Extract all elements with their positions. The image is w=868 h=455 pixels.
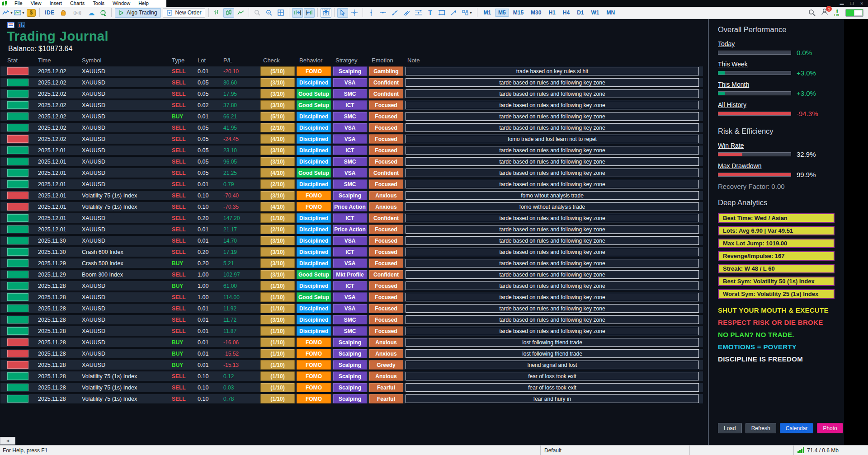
note-box[interactable]: tarde based on rules and following key z…: [406, 112, 699, 121]
table-row[interactable]: 2025.12.01 XAUUSD SELL 0.01 21.17 (2/10)…: [0, 224, 703, 235]
cursor-tool-button[interactable]: [337, 8, 348, 18]
note-box[interactable]: fear and hury in: [406, 394, 699, 403]
one-click-toggle[interactable]: [845, 9, 863, 17]
table-row[interactable]: 2025.11.28 Volatility 75 (1s) Index SELL…: [0, 394, 703, 404]
note-box[interactable]: trade based on key rules sl hit: [406, 67, 699, 75]
algo-trading-button[interactable]: Algo Trading: [115, 8, 161, 18]
window-close-icon[interactable]: ✕: [860, 1, 863, 6]
note-box[interactable]: friend signal and lost: [406, 361, 699, 369]
bar-chart-mode-button[interactable]: [212, 8, 222, 18]
timeframe-button[interactable]: W1: [588, 9, 602, 17]
sidebar-button[interactable]: Load: [718, 423, 742, 433]
sidebar-button[interactable]: Calendar: [780, 423, 814, 433]
note-box[interactable]: tarde based on rules and following key z…: [406, 214, 699, 222]
text-tool-button[interactable]: T: [425, 8, 435, 18]
note-box[interactable]: fomo witout analysis trade: [406, 191, 699, 200]
zoom-in-button[interactable]: [252, 8, 263, 18]
table-row[interactable]: 2025.12.01 XAUUSD SELL 0.05 23.10 (3/10)…: [0, 145, 703, 155]
new-order-button[interactable]: New Order: [163, 8, 205, 18]
note-box[interactable]: tarde based on rules and following key z…: [406, 169, 699, 177]
table-row[interactable]: 2025.12.02 XAUUSD SELL 0.05 -24.45 (4/10…: [0, 134, 703, 144]
menu-item[interactable]: Tools: [89, 0, 108, 7]
sidebar-button[interactable]: Photo: [817, 423, 843, 433]
signals-button[interactable]: ((o)): [70, 8, 85, 18]
note-box[interactable]: tarde based on rules and following key z…: [406, 180, 699, 188]
auto-scroll-button[interactable]: [292, 8, 303, 18]
note-box[interactable]: tarde based on rules and following key z…: [406, 270, 699, 279]
table-row[interactable]: 2025.12.02 XAUUSD SELL 0.05 30.60 (3/10)…: [0, 77, 703, 88]
note-box[interactable]: tarde based on rules and following key z…: [406, 89, 699, 98]
note-box[interactable]: lost following friend trade: [406, 349, 699, 358]
timeframe-button[interactable]: D1: [574, 9, 587, 17]
timeframe-button[interactable]: M15: [510, 9, 527, 17]
note-box[interactable]: tarde based on rules and following key z…: [406, 101, 699, 109]
table-row[interactable]: 2025.11.28 XAUUSD SELL 0.01 11.92 (1/10)…: [0, 303, 703, 314]
channel-tool-button[interactable]: [401, 8, 412, 18]
table-row[interactable]: 2025.11.28 XAUUSD BUY 0.01 -16.06 (1/10)…: [0, 337, 703, 347]
table-row[interactable]: 2025.11.28 Volatility 75 (1s) Index SELL…: [0, 382, 703, 393]
timeframe-button[interactable]: H1: [545, 9, 558, 17]
chart-objects-button[interactable]: ▼: [14, 8, 25, 18]
table-row[interactable]: 2025.11.28 Volatility 75 (1s) Index SELL…: [0, 371, 703, 381]
journal-chart-icon[interactable]: [18, 22, 25, 28]
table-row[interactable]: 2025.12.01 Volatility 75 (1s) Index SELL…: [0, 190, 703, 201]
note-box[interactable]: lost following friend trade: [406, 338, 699, 347]
timeframe-button[interactable]: MN: [603, 9, 618, 17]
timeframe-button[interactable]: M30: [528, 9, 544, 17]
note-box[interactable]: tarde based on rules and following key z…: [406, 78, 699, 87]
menu-item[interactable]: Window: [108, 0, 134, 7]
table-row[interactable]: 2025.11.28 XAUUSD SELL 1.00 114.00 (1/10…: [0, 292, 703, 302]
table-row[interactable]: 2025.11.29 Crash 500 Index BUY 0.20 5.21…: [0, 258, 703, 268]
market-button[interactable]: [58, 8, 69, 18]
note-box[interactable]: fomo trade and lost learn not to repet: [406, 135, 699, 143]
menu-item[interactable]: Charts: [66, 0, 89, 7]
zoom-out-button[interactable]: [264, 8, 274, 18]
profile-selector[interactable]: Default: [540, 446, 689, 455]
note-box[interactable]: tarde based on rules and following key z…: [406, 123, 699, 132]
table-row[interactable]: 2025.12.02 XAUUSD SELL 0.02 37.80 (3/10)…: [0, 100, 703, 110]
vertical-line-tool-button[interactable]: [366, 8, 377, 18]
timeframe-button[interactable]: H4: [560, 9, 573, 17]
candlestick-mode-button[interactable]: [223, 8, 234, 18]
search-icon[interactable]: [808, 9, 816, 16]
note-box[interactable]: fomo without analysis trade: [406, 202, 699, 211]
vps-button[interactable]: [98, 8, 108, 18]
note-box[interactable]: fear of loss took exit: [406, 372, 699, 380]
indicators-button[interactable]: ▼: [2, 8, 13, 18]
window-minimize-icon[interactable]: ▬: [840, 1, 844, 6]
timeframe-button[interactable]: M5: [495, 9, 509, 17]
trendline-tool-button[interactable]: [389, 8, 400, 18]
horizontal-scrollbar[interactable]: ◀: [0, 437, 15, 445]
table-row[interactable]: 2025.11.28 XAUUSD BUY 0.01 -15.13 (1/10)…: [0, 360, 703, 370]
crosshair-tool-button[interactable]: [349, 8, 360, 18]
notifications-button[interactable]: 1: [821, 8, 829, 17]
horizontal-line-tool-button[interactable]: [377, 8, 388, 18]
cloud-button[interactable]: ☁: [86, 8, 97, 18]
rectangle-tool-button[interactable]: [436, 8, 447, 18]
table-row[interactable]: 2025.12.02 XAUUSD SELL 0.01 -20.10 (5/10…: [0, 66, 703, 76]
menu-item[interactable]: View: [27, 0, 46, 7]
deposit-button[interactable]: $: [26, 8, 37, 18]
table-row[interactable]: 2025.11.29 Boom 300 Index SELL 1.00 102.…: [0, 269, 703, 280]
screenshot-button[interactable]: [321, 8, 331, 18]
panel-scrollbar[interactable]: [708, 19, 709, 445]
table-row[interactable]: 2025.11.28 XAUUSD SELL 0.01 11.87 (1/10)…: [0, 326, 703, 336]
arrow-tool-button[interactable]: [448, 8, 459, 18]
window-restore-icon[interactable]: ❐: [850, 1, 854, 6]
table-row[interactable]: 2025.12.01 XAUUSD SELL 0.05 96.05 (3/10)…: [0, 156, 703, 167]
note-box[interactable]: tarde based on rules and following key z…: [406, 248, 699, 256]
menu-item[interactable]: File: [10, 0, 27, 7]
note-box[interactable]: tarde based on rules and following key z…: [406, 225, 699, 234]
shapes-tool-button[interactable]: ▼: [460, 8, 474, 18]
note-box[interactable]: fear of loss took exit: [406, 383, 699, 392]
sidebar-button[interactable]: Refresh: [745, 423, 776, 433]
level-up-button[interactable]: ⬆LVL: [834, 9, 840, 17]
fibonacci-tool-button[interactable]: [413, 8, 424, 18]
line-chart-mode-button[interactable]: [235, 8, 246, 18]
note-box[interactable]: tarde based on rules and following key z…: [406, 146, 699, 155]
journal-table-icon[interactable]: [7, 22, 14, 28]
note-box[interactable]: tarde based on rules and following key z…: [406, 157, 699, 166]
note-box[interactable]: tarde based on rules and following key z…: [406, 259, 699, 267]
table-row[interactable]: 2025.12.01 XAUUSD SELL 0.20 147.20 (1/10…: [0, 213, 703, 223]
note-box[interactable]: tarde based on rules and following key z…: [406, 293, 699, 301]
